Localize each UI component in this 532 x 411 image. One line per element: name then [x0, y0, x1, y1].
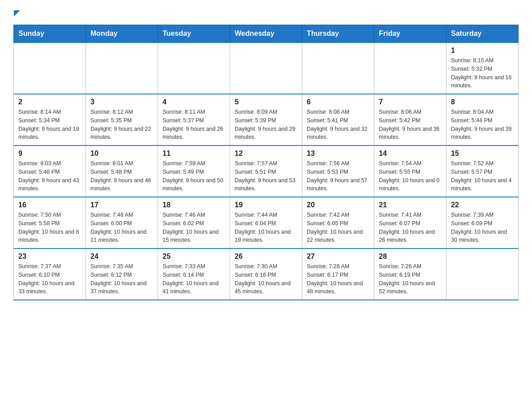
calendar-day-cell: 25Sunrise: 7:33 AM Sunset: 6:14 PM Dayli…	[158, 248, 230, 300]
day-number: 19	[235, 201, 297, 209]
day-number: 23	[18, 253, 81, 261]
calendar-day-cell	[14, 43, 86, 94]
calendar-week-row: 16Sunrise: 7:50 AM Sunset: 5:58 PM Dayli…	[14, 197, 519, 248]
calendar-week-row: 9Sunrise: 8:03 AM Sunset: 5:46 PM Daylig…	[14, 146, 519, 197]
calendar-day-cell: 22Sunrise: 7:39 AM Sunset: 6:09 PM Dayli…	[446, 197, 519, 248]
day-number: 17	[90, 201, 153, 209]
day-info: Sunrise: 8:15 AM Sunset: 5:32 PM Dayligh…	[451, 56, 514, 90]
day-number: 25	[163, 253, 225, 261]
day-of-week-header: Sunday	[14, 25, 86, 43]
day-number: 8	[451, 98, 514, 106]
day-info: Sunrise: 7:57 AM Sunset: 5:51 PM Dayligh…	[235, 159, 297, 193]
day-info: Sunrise: 7:41 AM Sunset: 6:07 PM Dayligh…	[379, 211, 442, 244]
calendar-day-cell: 17Sunrise: 7:48 AM Sunset: 6:00 PM Dayli…	[86, 197, 158, 248]
day-info: Sunrise: 7:54 AM Sunset: 5:55 PM Dayligh…	[379, 159, 442, 193]
day-of-week-header: Monday	[86, 25, 158, 43]
calendar-day-cell: 26Sunrise: 7:30 AM Sunset: 6:16 PM Dayli…	[230, 248, 302, 300]
day-number: 7	[379, 98, 442, 106]
day-number: 9	[18, 150, 81, 158]
calendar-day-cell: 11Sunrise: 7:59 AM Sunset: 5:49 PM Dayli…	[158, 146, 230, 197]
calendar-table: SundayMondayTuesdayWednesdayThursdayFrid…	[13, 25, 519, 300]
day-of-week-header: Thursday	[302, 25, 374, 43]
calendar-day-cell: 8Sunrise: 8:04 AM Sunset: 5:44 PM Daylig…	[446, 94, 519, 146]
day-info: Sunrise: 8:01 AM Sunset: 5:48 PM Dayligh…	[90, 159, 153, 193]
day-number: 20	[307, 201, 369, 209]
calendar-day-cell: 3Sunrise: 8:12 AM Sunset: 5:35 PM Daylig…	[86, 94, 158, 146]
day-info: Sunrise: 8:11 AM Sunset: 5:37 PM Dayligh…	[163, 108, 225, 141]
day-number: 15	[451, 150, 514, 158]
day-info: Sunrise: 7:28 AM Sunset: 6:17 PM Dayligh…	[307, 262, 369, 296]
calendar-day-cell: 10Sunrise: 8:01 AM Sunset: 5:48 PM Dayli…	[86, 146, 158, 197]
calendar-header-row: SundayMondayTuesdayWednesdayThursdayFrid…	[14, 25, 519, 43]
calendar-day-cell: 1Sunrise: 8:15 AM Sunset: 5:32 PM Daylig…	[446, 43, 519, 94]
day-info: Sunrise: 7:50 AM Sunset: 5:58 PM Dayligh…	[18, 211, 81, 244]
calendar-day-cell: 19Sunrise: 7:44 AM Sunset: 6:04 PM Dayli…	[230, 197, 302, 248]
day-info: Sunrise: 7:48 AM Sunset: 6:00 PM Dayligh…	[90, 211, 153, 244]
day-number: 24	[90, 253, 153, 261]
day-info: Sunrise: 8:09 AM Sunset: 5:39 PM Dayligh…	[235, 108, 297, 141]
day-number: 22	[451, 201, 514, 209]
day-number: 28	[379, 253, 442, 261]
calendar-day-cell: 7Sunrise: 8:06 AM Sunset: 5:42 PM Daylig…	[374, 94, 446, 146]
day-info: Sunrise: 8:14 AM Sunset: 5:34 PM Dayligh…	[18, 108, 81, 141]
day-info: Sunrise: 7:30 AM Sunset: 6:16 PM Dayligh…	[235, 262, 297, 296]
calendar-day-cell: 16Sunrise: 7:50 AM Sunset: 5:58 PM Dayli…	[14, 197, 86, 248]
day-number: 4	[163, 98, 225, 106]
calendar-day-cell: 4Sunrise: 8:11 AM Sunset: 5:37 PM Daylig…	[158, 94, 230, 146]
day-number: 12	[235, 150, 297, 158]
calendar-day-cell: 5Sunrise: 8:09 AM Sunset: 5:39 PM Daylig…	[230, 94, 302, 146]
day-number: 1	[451, 47, 514, 55]
calendar-day-cell: 21Sunrise: 7:41 AM Sunset: 6:07 PM Dayli…	[374, 197, 446, 248]
day-number: 2	[18, 98, 81, 106]
calendar-day-cell: 24Sunrise: 7:35 AM Sunset: 6:12 PM Dayli…	[86, 248, 158, 300]
day-info: Sunrise: 8:12 AM Sunset: 5:35 PM Dayligh…	[90, 108, 153, 141]
calendar-week-row: 2Sunrise: 8:14 AM Sunset: 5:34 PM Daylig…	[14, 94, 519, 146]
day-number: 18	[163, 201, 225, 209]
logo	[13, 9, 20, 17]
day-info: Sunrise: 8:04 AM Sunset: 5:44 PM Dayligh…	[451, 108, 514, 141]
calendar-day-cell: 9Sunrise: 8:03 AM Sunset: 5:46 PM Daylig…	[14, 146, 86, 197]
calendar-day-cell	[158, 43, 230, 94]
day-of-week-header: Saturday	[446, 25, 519, 43]
day-info: Sunrise: 7:46 AM Sunset: 6:02 PM Dayligh…	[163, 211, 225, 244]
calendar-day-cell	[86, 43, 158, 94]
calendar-day-cell: 23Sunrise: 7:37 AM Sunset: 6:10 PM Dayli…	[14, 248, 86, 300]
calendar-week-row: 1Sunrise: 8:15 AM Sunset: 5:32 PM Daylig…	[14, 43, 519, 94]
day-of-week-header: Wednesday	[230, 25, 302, 43]
day-info: Sunrise: 8:06 AM Sunset: 5:42 PM Dayligh…	[379, 108, 442, 141]
day-number: 6	[307, 98, 369, 106]
calendar-day-cell: 12Sunrise: 7:57 AM Sunset: 5:51 PM Dayli…	[230, 146, 302, 197]
calendar-day-cell: 27Sunrise: 7:28 AM Sunset: 6:17 PM Dayli…	[302, 248, 374, 300]
day-info: Sunrise: 7:44 AM Sunset: 6:04 PM Dayligh…	[235, 211, 297, 244]
day-info: Sunrise: 7:59 AM Sunset: 5:49 PM Dayligh…	[163, 159, 225, 193]
day-number: 5	[235, 98, 297, 106]
logo-arrow-icon	[14, 10, 20, 17]
day-number: 3	[90, 98, 153, 106]
day-number: 21	[379, 201, 442, 209]
day-info: Sunrise: 8:08 AM Sunset: 5:41 PM Dayligh…	[307, 108, 369, 141]
day-info: Sunrise: 7:35 AM Sunset: 6:12 PM Dayligh…	[90, 262, 153, 296]
day-number: 26	[235, 253, 297, 261]
calendar-week-row: 23Sunrise: 7:37 AM Sunset: 6:10 PM Dayli…	[14, 248, 519, 300]
day-number: 16	[18, 201, 81, 209]
calendar-day-cell	[374, 43, 446, 94]
calendar-day-cell: 14Sunrise: 7:54 AM Sunset: 5:55 PM Dayli…	[374, 146, 446, 197]
calendar-day-cell: 15Sunrise: 7:52 AM Sunset: 5:57 PM Dayli…	[446, 146, 519, 197]
day-number: 27	[307, 253, 369, 261]
calendar-day-cell	[230, 43, 302, 94]
day-info: Sunrise: 7:52 AM Sunset: 5:57 PM Dayligh…	[451, 159, 514, 193]
day-info: Sunrise: 7:56 AM Sunset: 5:53 PM Dayligh…	[307, 159, 369, 193]
day-info: Sunrise: 7:39 AM Sunset: 6:09 PM Dayligh…	[451, 211, 514, 244]
day-number: 14	[379, 150, 442, 158]
calendar-day-cell: 28Sunrise: 7:26 AM Sunset: 6:19 PM Dayli…	[374, 248, 446, 300]
calendar-day-cell	[446, 248, 519, 300]
calendar-day-cell: 2Sunrise: 8:14 AM Sunset: 5:34 PM Daylig…	[14, 94, 86, 146]
day-number: 11	[163, 150, 225, 158]
calendar-day-cell: 18Sunrise: 7:46 AM Sunset: 6:02 PM Dayli…	[158, 197, 230, 248]
day-info: Sunrise: 7:26 AM Sunset: 6:19 PM Dayligh…	[379, 262, 442, 296]
calendar-day-cell: 6Sunrise: 8:08 AM Sunset: 5:41 PM Daylig…	[302, 94, 374, 146]
day-info: Sunrise: 7:37 AM Sunset: 6:10 PM Dayligh…	[18, 262, 81, 296]
day-number: 10	[90, 150, 153, 158]
day-number: 13	[307, 150, 369, 158]
page-header	[13, 9, 519, 17]
